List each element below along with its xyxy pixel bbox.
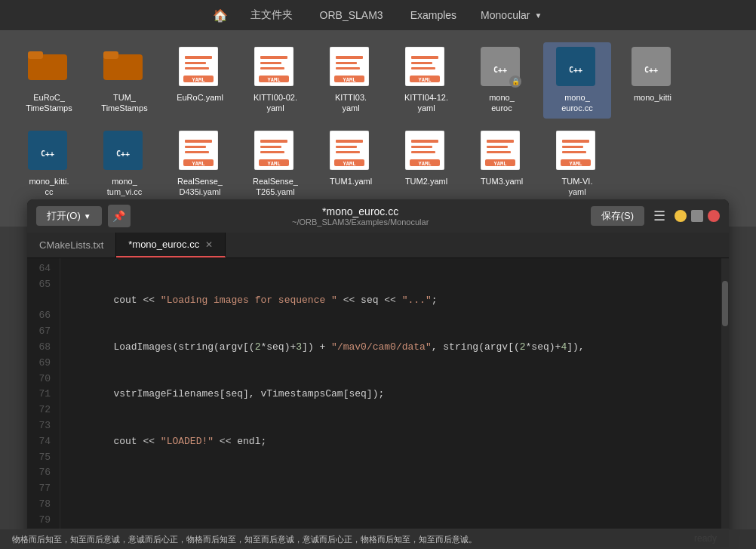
window-controls: — □ ✕ [675,210,720,222]
yaml-icon-tum1: YAML [330,131,372,173]
nav-item-orbslam3[interactable]: ORB_SLAM3 [306,0,397,30]
file-label-mono-kitti-cc: mono_kitti.cc [29,176,69,198]
cpp-icon-mono-kitti: C++ [632,47,674,89]
yaml-icon-tum-vi: YAML [556,131,598,173]
svg-rect-47 [260,151,284,153]
svg-rect-63 [487,140,514,143]
file-label-euroc-yaml: EuRoC.yaml [177,92,223,103]
svg-rect-45 [260,140,287,143]
scrollbar-thumb[interactable] [722,281,728,326]
svg-rect-25 [411,67,435,69]
svg-text:C++: C++ [493,66,507,74]
yaml-icon-tum2: YAML [405,131,447,173]
monocular-dropdown-arrow: ▼ [534,11,542,20]
open-button-label: 打开(O) [47,209,81,223]
svg-rect-57 [411,140,438,143]
file-item-mono-euroc-cc[interactable]: C++ mono_euroc.cc [543,42,611,119]
code-line-67 [66,481,715,497]
file-item-tum-timestamps[interactable]: TUM_TimeStamps [91,42,158,119]
svg-rect-65 [487,151,511,153]
file-item-mono-euroc[interactable]: C++ 🔒 mono_euroc [468,42,536,119]
code-line-64: cout << "Loading images for sequence " <… [66,293,715,309]
svg-rect-7 [185,67,209,69]
file-item-mono-tum-vi-cc[interactable]: C++ mono_tum_vi.cc [91,126,158,202]
svg-rect-6 [185,62,206,64]
svg-text:YAML: YAML [570,161,582,167]
home-icon[interactable]: 🏠 [204,8,237,23]
yaml-icon-euroc: YAML [179,47,221,89]
yaml-icon-kitti04: YAML [405,47,447,89]
file-label-mono-euroc: mono_euroc [489,92,515,114]
file-label-kitti04-yaml: KITTI04-12.yaml [404,92,448,114]
code-line-65: LoadImages(string(argv[(2*seq)+3]) + "/m… [66,340,715,356]
file-grid: EuRoC_TimeStamps TUM_TimeStamps [15,42,741,202]
menu-button[interactable]: ☰ [650,208,668,224]
minimize-button[interactable]: — [675,210,687,222]
svg-text:YAML: YAML [343,161,356,167]
file-label-tum-vi-yaml: TUM-VI.yaml [562,176,593,198]
svg-text:YAML: YAML [343,77,356,83]
yaml-icon-kitti03: YAML [330,47,372,89]
tab-cmake[interactable]: CMakeLists.txt [27,233,116,258]
close-button[interactable]: ✕ [708,210,720,222]
file-item-realsense-d435i-yaml[interactable]: YAML RealSense_D435i.yaml [166,126,234,202]
svg-text:C++: C++ [569,66,582,74]
svg-rect-41 [185,151,209,153]
code-line-66: cout << "LOADED!" << endl; [66,434,715,450]
svg-text:YAML: YAML [192,77,205,83]
cpp-icon-mono-euroc-cc: C++ [556,47,598,89]
code-line-65b: vstrImageFilenames[seq], vTimestampsCam[… [66,387,715,402]
yaml-icon-realsense-d435i: YAML [179,131,221,173]
svg-rect-19 [336,67,360,69]
nav-item-examples[interactable]: Examples [397,0,470,30]
file-item-realsense-t265-yaml[interactable]: YAML RealSense_T265.yaml [241,126,309,202]
maximize-button[interactable]: □ [691,210,703,222]
open-button-arrow: ▼ [84,212,91,221]
file-label-tum2-yaml: TUM2.yaml [405,176,447,187]
top-nav: 🏠 主文件夹 ORB_SLAM3 Examples Monocular ▼ [0,0,756,30]
code-area[interactable]: cout << "Loading images for sequence " <… [60,258,721,529]
svg-rect-17 [336,56,363,59]
file-item-mono-kitti-cc[interactable]: C++ mono_kitti.cc [15,126,83,202]
file-item-euroc-yaml[interactable]: YAML EuRoC.yaml [166,42,234,119]
file-label-tum-timestamps: TUM_TimeStamps [101,92,147,114]
svg-rect-69 [562,140,589,143]
editor-content[interactable]: 64 65 66 67 68 69 70 71 72 73 74 75 76 7… [27,258,729,529]
save-button[interactable]: 保存(S) [591,206,644,226]
file-item-kitti03-yaml[interactable]: YAML KITTI03.yaml [317,42,385,119]
file-item-tum2-yaml[interactable]: YAML TUM2.yaml [392,126,460,202]
file-item-kitti00-yaml[interactable]: YAML KITTI00-02.yaml [241,42,309,119]
tooltip-text: 物格而后知至，知至而后意诚，意诚而后心正，物格而后知至，知至而后意诚，意诚而后心… [12,534,477,545]
svg-text:C++: C++ [644,66,658,74]
svg-rect-24 [411,62,432,64]
tab-cmake-label: CMakeLists.txt [39,239,103,251]
svg-text:YAML: YAML [192,161,205,167]
file-label-tum1-yaml: TUM1.yaml [330,176,372,187]
open-button[interactable]: 打开(O) ▼ [36,206,102,226]
nav-item-monocular[interactable]: Monocular ▼ [470,0,552,30]
editor-scrollbar[interactable] [721,258,729,529]
svg-rect-51 [336,140,363,143]
file-item-tum3-yaml[interactable]: YAML TUM3.yaml [468,126,536,202]
nav-monocular-label: Monocular [481,9,530,21]
pin-button[interactable]: 📌 [108,205,131,227]
file-item-tum-vi-yaml[interactable]: YAML TUM-VI.yaml [543,126,611,202]
file-item-tum1-yaml[interactable]: YAML TUM1.yaml [317,126,385,202]
tab-close-icon[interactable]: ✕ [205,239,213,250]
svg-text:C++: C++ [41,150,54,158]
tooltip-bar: 物格而后知至，知至而后意诚，意诚而后心正，物格而后知至，知至而后意诚，意诚而后心… [0,529,756,549]
file-item-euroc-timestamps[interactable]: EuRoC_TimeStamps [15,42,83,119]
file-manager: EuRoC_TimeStamps TUM_TimeStamps [0,30,756,227]
tab-mono-euroc-cc[interactable]: *mono_euroc.cc ✕ [116,233,226,258]
cpp-icon-mono-euroc: C++ 🔒 [481,47,523,89]
folder-icon-tum [103,47,146,89]
svg-rect-39 [185,140,212,143]
svg-rect-23 [411,56,438,59]
svg-rect-59 [411,151,435,153]
tab-mono-euroc-label: *mono_euroc.cc [128,239,199,250]
nav-item-home[interactable]: 主文件夹 [237,0,306,30]
file-item-mono-kitti[interactable]: C++ mono_kitti [619,42,687,119]
svg-text:C++: C++ [116,150,130,158]
svg-rect-12 [260,62,281,64]
file-item-kitti04-yaml[interactable]: YAML KITTI04-12.yaml [392,42,460,119]
